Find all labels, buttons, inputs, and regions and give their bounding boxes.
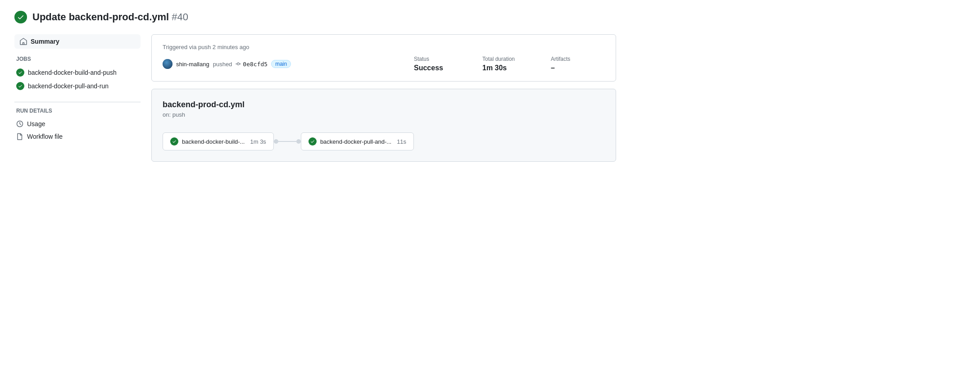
sidebar-divider — [14, 102, 141, 102]
artifacts-value: – — [551, 64, 605, 72]
triggered-text: Triggered via push 2 minutes ago — [163, 44, 605, 50]
sidebar-item-workflow-file[interactable]: Workflow file — [14, 130, 141, 143]
clock-icon — [16, 120, 23, 127]
page-title: Update backend-prod-cd.yml #40 — [32, 11, 188, 23]
job-success-icon — [16, 68, 24, 77]
sidebar-item-backend-docker-build-and-push[interactable]: backend-docker-build-and-push — [14, 66, 141, 79]
main-layout: Summary Jobs backend-docker-build-and-pu… — [14, 34, 616, 162]
job-box-name: backend-docker-pull-and-... — [320, 138, 391, 145]
sidebar-item-usage[interactable]: Usage — [14, 118, 141, 130]
sidebar-run-details-section: Run details Usage Workflow file — [14, 108, 141, 143]
job-check-icon — [170, 137, 178, 146]
connector — [274, 139, 301, 144]
success-icon — [14, 11, 27, 23]
job-name: backend-docker-pull-and-run — [28, 82, 109, 90]
info-card: Triggered via push 2 minutes ago shin-ma… — [151, 34, 616, 82]
home-icon — [20, 38, 27, 45]
job-duration: 1m 3s — [250, 138, 266, 145]
job-check-icon — [309, 137, 317, 146]
duration-label: Total duration — [482, 56, 536, 62]
usage-label: Usage — [27, 120, 45, 127]
file-icon — [16, 133, 23, 140]
sidebar: Summary Jobs backend-docker-build-and-pu… — [14, 34, 141, 143]
duration-value: 1m 30s — [482, 64, 536, 72]
workflow-trigger: on: push — [163, 111, 605, 118]
avatar — [163, 59, 172, 69]
pushed-label: pushed — [213, 61, 232, 68]
sidebar-jobs-section: Jobs backend-docker-build-and-push — [14, 56, 141, 93]
job-box-pull[interactable]: backend-docker-pull-and-... 11s — [301, 132, 414, 150]
info-card-bottom: shin-mallang pushed 0e8cfd5 main Status … — [163, 56, 605, 72]
push-info: shin-mallang pushed 0e8cfd5 main — [163, 59, 399, 69]
page-header: Update backend-prod-cd.yml #40 — [14, 11, 616, 23]
artifacts-stat: Artifacts – — [551, 56, 605, 72]
artifacts-label: Artifacts — [551, 56, 605, 62]
duration-stat: Total duration 1m 30s — [482, 56, 536, 72]
jobs-section-label: Jobs — [14, 56, 141, 62]
job-name: backend-docker-build-and-push — [28, 69, 117, 76]
content-area: Triggered via push 2 minutes ago shin-ma… — [151, 34, 616, 162]
job-duration: 11s — [397, 138, 406, 145]
sidebar-item-backend-docker-pull-and-run[interactable]: backend-docker-pull-and-run — [14, 79, 141, 93]
summary-nav-item[interactable]: Summary — [14, 34, 141, 49]
branch-badge[interactable]: main — [271, 60, 291, 68]
workflow-file-label: Workflow file — [27, 133, 63, 140]
job-success-icon — [16, 82, 24, 90]
status-stat: Status Success — [414, 56, 468, 72]
workflow-filename: backend-prod-cd.yml — [163, 100, 605, 109]
connector-line — [278, 141, 296, 142]
status-value: Success — [414, 64, 468, 72]
job-box-name: backend-docker-build-... — [182, 138, 245, 145]
run-details-label: Run details — [14, 108, 141, 114]
commit-icon — [236, 61, 241, 67]
workflow-card: backend-prod-cd.yml on: push backend-doc… — [151, 89, 616, 162]
status-label: Status — [414, 56, 468, 62]
username: shin-mallang — [176, 61, 209, 68]
job-box-build[interactable]: backend-docker-build-... 1m 3s — [163, 132, 274, 150]
job-flow: backend-docker-build-... 1m 3s — [163, 132, 605, 150]
connector-dot-left — [274, 139, 278, 144]
commit-hash-link[interactable]: 0e8cfd5 — [236, 61, 268, 68]
connector-dot-right — [296, 139, 301, 144]
summary-label: Summary — [31, 38, 59, 45]
